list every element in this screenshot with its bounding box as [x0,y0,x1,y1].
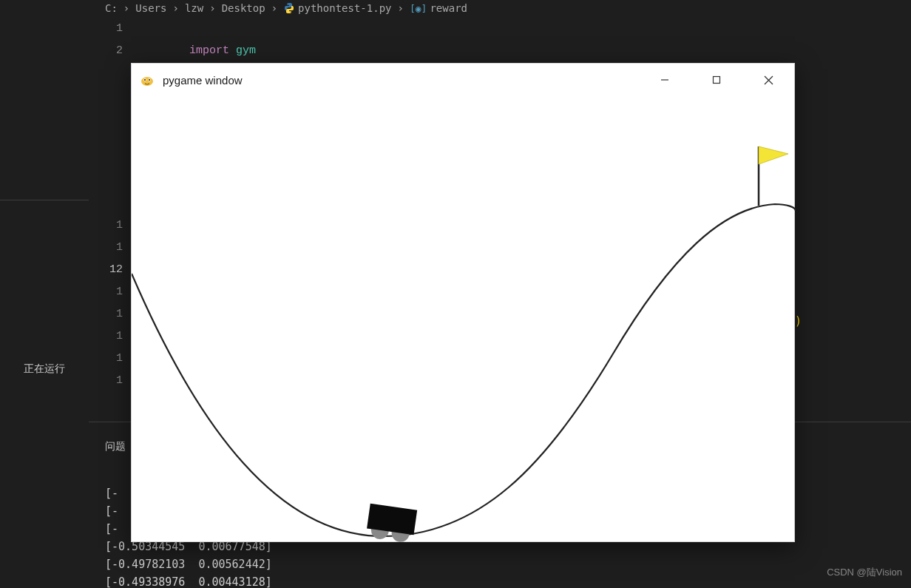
python-file-icon [283,2,295,14]
window-title: pygame window [163,74,243,87]
breadcrumb-seg-users[interactable]: Users [135,2,166,14]
breadcrumb-drive-label: C: [105,2,118,14]
window-titlebar[interactable]: pygame window [132,64,794,96]
line-number: 1 [89,237,132,259]
line-number: 1 [89,303,132,325]
pygame-canvas [132,96,794,541]
module-gym: gym [229,44,256,57]
chevron-right-icon: › [209,2,215,14]
close-button[interactable] [742,64,794,96]
line-number: 2 [89,40,132,62]
chevron-right-icon: › [172,2,178,14]
breadcrumb-seg-symbol[interactable]: [◉] reward [410,2,467,14]
breadcrumb-seg-drive[interactable]: C: [105,2,118,14]
output-line: [-0.49782103 0.00562442] [105,558,272,571]
breadcrumb-seg-desktop[interactable]: Desktop [222,2,265,14]
breadcrumb-seg-user[interactable]: lzw [185,2,203,14]
run-status-label: 正在运行 [0,362,89,376]
svg-point-4 [149,79,150,81]
output-line: [- [105,504,118,518]
output-line: [- [105,487,118,500]
maximize-button[interactable] [691,64,742,96]
symbol-variable-icon: [◉] [410,3,427,14]
tab-problems[interactable]: 问题 [105,440,126,452]
mountain-car [365,504,417,543]
chevron-right-icon: › [123,2,129,14]
sidebar-divider [0,200,89,200]
line-number: 1 [89,370,132,392]
breadcrumb: C: › Users › lzw › Desktop › pythontest-… [95,0,911,16]
output-line: [- [105,522,118,535]
goal-flag-icon [759,146,788,164]
chevron-right-icon: › [271,2,277,14]
keyword-import: import [189,44,229,57]
line-number: 1 [89,325,132,348]
line-number: 1 [89,18,132,40]
line-number: 1 [89,348,132,370]
output-line: [-0.49338976 0.00443128] [105,575,272,588]
minimize-button[interactable] [639,64,691,96]
chevron-right-icon: › [398,2,404,14]
breadcrumb-seg-file[interactable]: pythontest-1.py [283,2,391,14]
svg-point-2 [144,79,146,81]
line-number: 1 [89,281,132,303]
line-number: 1 [89,214,132,237]
line-number: 12 [89,259,132,281]
pygame-icon [139,72,155,88]
window-controls [639,64,794,96]
svg-rect-6 [714,77,720,84]
mountain-curve [132,204,796,536]
pygame-window[interactable]: pygame window [131,63,795,542]
watermark: CSDN @陆Vision [827,566,902,579]
line-number-gutter: 1 2 1 1 12 1 1 1 1 1 [89,18,132,392]
